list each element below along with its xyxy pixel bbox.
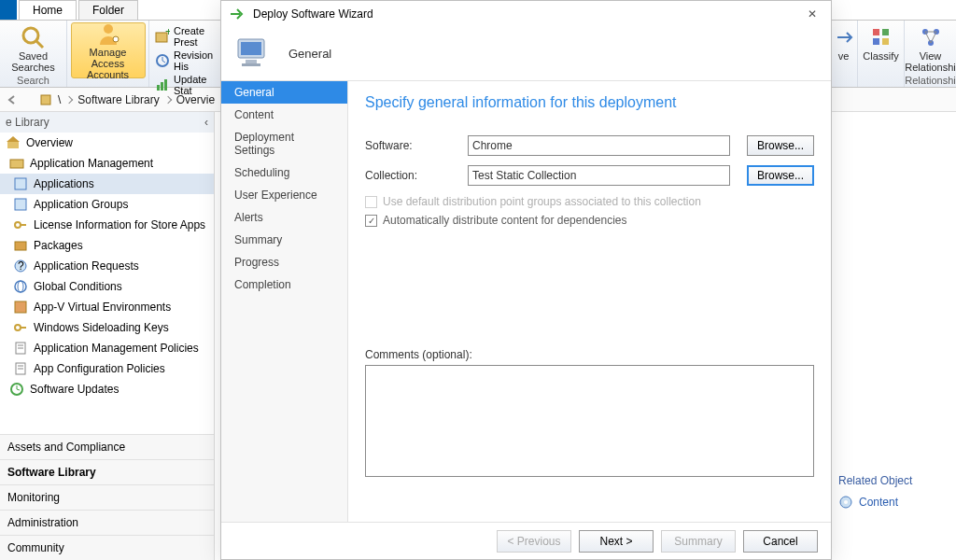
tree-item-application-management-policies[interactable]: Application Management Policies <box>0 338 214 358</box>
tree-item-app-v-virtual-environments[interactable]: App-V Virtual Environments <box>0 297 214 317</box>
breadcrumb-seg-1[interactable]: Software Library <box>77 93 159 106</box>
svg-rect-11 <box>882 29 889 35</box>
software-browse-button[interactable]: Browse... <box>747 135 814 156</box>
collection-browse-button[interactable]: Browse... <box>747 165 814 186</box>
tree-item-packages[interactable]: Packages <box>0 235 214 256</box>
auto-distribute-label: Automatically distribute content for dep… <box>383 214 627 227</box>
collection-row: Collection: Browse... <box>365 165 814 186</box>
home-icon <box>6 135 21 150</box>
tree-item-label: App Configuration Policies <box>34 362 165 375</box>
tree-item-application-requests[interactable]: ?Application Requests <box>0 256 214 276</box>
svg-point-0 <box>23 28 38 43</box>
deploy-arrow-icon <box>229 7 246 21</box>
software-row: Software: Browse... <box>365 135 814 156</box>
svg-rect-9 <box>164 79 167 91</box>
tree-item-overview[interactable]: Overview <box>0 133 214 153</box>
app-menu-tab[interactable] <box>0 0 17 20</box>
tree-item-app-configuration-policies[interactable]: App Configuration Policies <box>0 358 214 379</box>
tree-item-software-updates[interactable]: Software Updates <box>0 379 214 399</box>
back-icon[interactable] <box>6 93 19 106</box>
svg-rect-17 <box>41 95 50 105</box>
chevron-left-icon[interactable]: ‹ <box>204 116 208 129</box>
nav-section-assets-and-compliance[interactable]: Assets and Compliance <box>0 434 214 459</box>
wizard-step-completion[interactable]: Completion <box>221 273 347 296</box>
nav-section-administration[interactable]: Administration <box>0 510 214 535</box>
create-prestaged-label: Create Prest <box>174 25 216 48</box>
wizard-steps: GeneralContentDeployment SettingsSchedul… <box>221 81 348 522</box>
svg-rect-8 <box>161 82 163 91</box>
checkbox-unchecked-icon <box>365 196 377 208</box>
library-icon <box>39 93 52 106</box>
history-icon <box>155 53 170 68</box>
move-icon <box>831 24 857 50</box>
software-input[interactable] <box>468 135 730 156</box>
nav-header-label: e Library <box>6 116 49 129</box>
tree-item-label: Applications <box>34 177 94 190</box>
tree-item-label: Software Updates <box>30 383 119 396</box>
policy-icon <box>13 361 28 376</box>
left-nav: e Library ‹ OverviewApplication Manageme… <box>0 112 215 560</box>
saved-searches-button[interactable]: Saved Searches <box>6 22 60 75</box>
content-link-label: Content <box>859 496 898 509</box>
nav-section-software-library[interactable]: Software Library <box>0 459 214 484</box>
appv-icon <box>13 300 28 315</box>
nav-section-monitoring[interactable]: Monitoring <box>0 484 214 510</box>
wizard-heading: Specify general information for this dep… <box>365 94 814 111</box>
tree-item-applications[interactable]: Applications <box>0 174 214 194</box>
manage-access-accounts-button[interactable]: Manage Access Accounts <box>71 22 146 78</box>
nav-section-community[interactable]: Community <box>0 535 214 560</box>
tree-item-windows-sideloading-keys[interactable]: Windows Sideloading Keys <box>0 317 214 338</box>
comments-label: Comments (optional): <box>365 348 814 361</box>
svg-rect-12 <box>873 38 879 45</box>
package-plus-icon: + <box>155 29 170 44</box>
breadcrumb-seg-0[interactable]: \ <box>58 93 61 106</box>
nav-header: e Library ‹ <box>0 112 214 133</box>
revision-history-label: Revision His <box>174 49 216 72</box>
magnifier-icon <box>20 24 46 50</box>
wizard-step-user-experience[interactable]: User Experience <box>221 184 347 206</box>
nav-sections: Assets and ComplianceSoftware LibraryMon… <box>0 434 214 560</box>
collection-label: Collection: <box>365 169 468 182</box>
revision-history-button[interactable]: Revision His <box>153 49 218 73</box>
auto-distribute-checkbox-row[interactable]: ✓ Automatically distribute content for d… <box>365 214 814 227</box>
wizard-step-deployment-settings[interactable]: Deployment Settings <box>221 126 347 161</box>
globe-icon <box>13 279 28 294</box>
chart-icon <box>155 77 170 92</box>
breadcrumb-seg-2[interactable]: Overvie <box>176 93 215 106</box>
svg-point-43 <box>844 500 848 504</box>
svg-rect-25 <box>15 242 26 250</box>
tree-item-label: Application Management <box>30 157 153 170</box>
next-button[interactable]: Next > <box>579 530 654 553</box>
content-link[interactable]: Content <box>838 495 949 510</box>
view-relationships-button[interactable]: View Relationshi <box>899 22 956 75</box>
wizard-step-scheduling[interactable]: Scheduling <box>221 161 347 184</box>
svg-rect-47 <box>242 63 260 66</box>
chevron-right-icon <box>65 95 73 103</box>
tree-item-label: Application Management Policies <box>34 342 199 355</box>
create-prestaged-button[interactable]: + Create Prest <box>153 24 218 49</box>
wizard-step-general[interactable]: General <box>221 81 347 104</box>
tree-item-application-groups[interactable]: Application Groups <box>0 194 214 215</box>
collection-input[interactable] <box>468 165 730 186</box>
manage-access-label: Manage Access Accounts <box>77 47 139 80</box>
close-button[interactable]: ✕ <box>801 3 823 25</box>
classify-label: Classify <box>863 50 899 62</box>
svg-point-3 <box>113 36 119 42</box>
ribbon-group-rel-label: Relationshi <box>905 75 955 86</box>
wizard-step-alerts[interactable]: Alerts <box>221 206 347 229</box>
wizard-step-content[interactable]: Content <box>221 104 347 126</box>
comments-textarea[interactable] <box>365 365 814 477</box>
wizard-step-summary[interactable]: Summary <box>221 229 347 251</box>
svg-point-31 <box>15 325 21 330</box>
tree-item-global-conditions[interactable]: Global Conditions <box>0 276 214 297</box>
tree-item-license-information-for-store-apps[interactable]: License Information for Store Apps <box>0 215 214 235</box>
tree-item-application-management[interactable]: Application Management <box>0 153 214 174</box>
cancel-button[interactable]: Cancel <box>743 530 818 553</box>
tab-home[interactable]: Home <box>19 0 77 20</box>
tab-folder[interactable]: Folder <box>78 0 138 20</box>
classify-button[interactable]: Classify <box>857 22 905 63</box>
wizard-step-progress[interactable]: Progress <box>221 251 347 273</box>
move-label: ve <box>838 50 850 62</box>
saved-searches-label: Saved Searches <box>11 50 54 73</box>
svg-text:+: + <box>165 29 170 38</box>
